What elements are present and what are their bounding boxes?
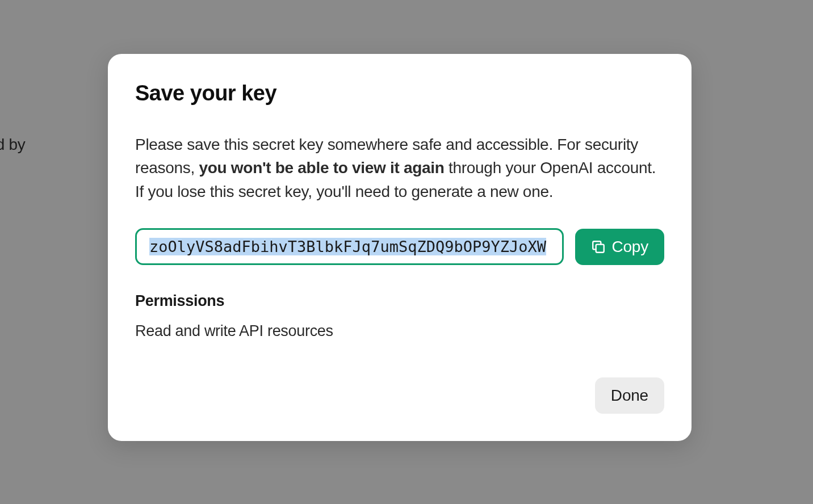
copy-button-label: Copy	[611, 238, 648, 256]
background-snippet-1: tion is used by	[0, 136, 26, 154]
permissions-value: Read and write API resources	[135, 322, 664, 340]
copy-button[interactable]: Copy	[575, 229, 664, 265]
modal-description: Please save this secret key somewhere sa…	[135, 133, 664, 203]
key-row: zoOlyVS8adFbihvT3BlbkFJq7umSqZDQ9bOP9YZJ…	[135, 228, 664, 265]
copy-icon	[591, 240, 606, 254]
save-key-modal: Save your key Please save this secret ke…	[108, 54, 692, 441]
modal-footer: Done	[135, 377, 664, 414]
permissions-label: Permissions	[135, 292, 664, 310]
description-bold: you won't be able to view it again	[199, 159, 444, 177]
modal-title: Save your key	[135, 81, 664, 106]
done-button[interactable]: Done	[595, 377, 664, 414]
secret-key-field[interactable]: zoOlyVS8adFbihvT3BlbkFJq7umSqZDQ9bOP9YZJ…	[135, 228, 564, 265]
svg-rect-0	[596, 244, 604, 252]
secret-key-value: zoOlyVS8adFbihvT3BlbkFJq7umSqZDQ9bOP9YZJ…	[149, 238, 546, 255]
